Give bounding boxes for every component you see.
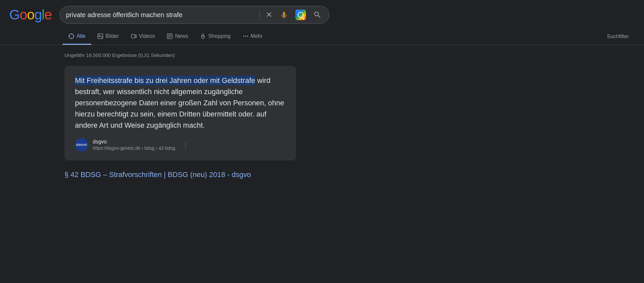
nav-item-alle[interactable]: Alle — [62, 29, 91, 45]
search-submit-button[interactable] — [312, 9, 323, 20]
svg-point-9 — [245, 36, 246, 37]
featured-snippet: Mit Freiheitsstrafe bis zu drei Jahren o… — [64, 66, 296, 161]
header: Google ✕ — [0, 0, 644, 28]
svg-point-8 — [243, 36, 244, 37]
clear-button[interactable]: ✕ — [264, 9, 274, 21]
svg-point-2 — [99, 35, 100, 36]
nav-bar: Alle Bilder Videos News Sho — [0, 28, 644, 45]
nav-item-bilder[interactable]: Bilder — [91, 29, 125, 45]
search-icons: ✕ — [264, 8, 323, 21]
nav-item-videos[interactable]: Videos — [125, 29, 161, 45]
nav-alle-label: Alle — [77, 33, 86, 39]
mehr-dots-icon — [242, 33, 249, 39]
nav-bilder-label: Bilder — [106, 33, 119, 39]
shopping-icon — [200, 33, 206, 39]
result-link[interactable]: § 42 BDSG – Strafvorschriften | BDSG (ne… — [64, 170, 296, 180]
mic-icon — [280, 11, 288, 19]
source-url: https://dsgvo-gesetz.de › bdsg › 42-bdsg — [93, 145, 175, 151]
source-row: DSGVO dsgvo https://dsgvo-gesetz.de › bd… — [75, 138, 285, 151]
mic-button[interactable] — [278, 9, 289, 20]
search-bar: ✕ — [60, 6, 329, 24]
suchfilter-button[interactable]: Suchfilter — [601, 29, 635, 44]
lens-button[interactable] — [294, 8, 307, 21]
source-info: dsgvo https://dsgvo-gesetz.de › bdsg › 4… — [93, 139, 175, 151]
source-favicon: DSGVO — [75, 138, 88, 151]
videos-icon — [131, 33, 137, 39]
close-icon: ✕ — [266, 10, 272, 19]
more-options-icon[interactable]: ⋮ — [183, 141, 188, 148]
nav-videos-label: Videos — [139, 33, 155, 39]
search-divider — [260, 10, 260, 19]
svg-rect-3 — [131, 35, 135, 38]
svg-point-10 — [247, 36, 248, 37]
search-bar-wrapper: ✕ — [60, 6, 329, 24]
search-input[interactable] — [66, 11, 255, 19]
bilder-icon — [97, 33, 103, 39]
search-submit-icon — [313, 11, 322, 19]
news-icon — [167, 33, 173, 39]
results-area: Ungefähr 16.500.000 Ergebnisse (0,31 Sek… — [0, 45, 296, 180]
lens-icon-inner — [298, 12, 304, 18]
lens-icon — [295, 10, 306, 20]
nav-news-label: News — [175, 33, 188, 39]
nav-mehr-label: Mehr — [251, 33, 262, 39]
result-link-anchor[interactable]: § 42 BDSG – Strafvorschriften | BDSG (ne… — [64, 170, 251, 179]
results-count: Ungefähr 16.500.000 Ergebnisse (0,31 Sek… — [64, 52, 296, 58]
google-logo: Google — [9, 7, 52, 23]
snippet-text: Mit Freiheitsstrafe bis zu drei Jahren o… — [75, 75, 285, 131]
favicon-text: DSGVO — [76, 143, 87, 147]
nav-item-news[interactable]: News — [161, 29, 194, 45]
nav-item-mehr[interactable]: Mehr — [236, 28, 268, 45]
snippet-highlight: Mit Freiheitsstrafe bis zu drei Jahren o… — [75, 76, 255, 85]
nav-item-shopping[interactable]: Shopping — [194, 29, 236, 45]
source-name: dsgvo — [93, 139, 175, 145]
alle-icon — [68, 33, 74, 39]
nav-shopping-label: Shopping — [208, 33, 231, 39]
